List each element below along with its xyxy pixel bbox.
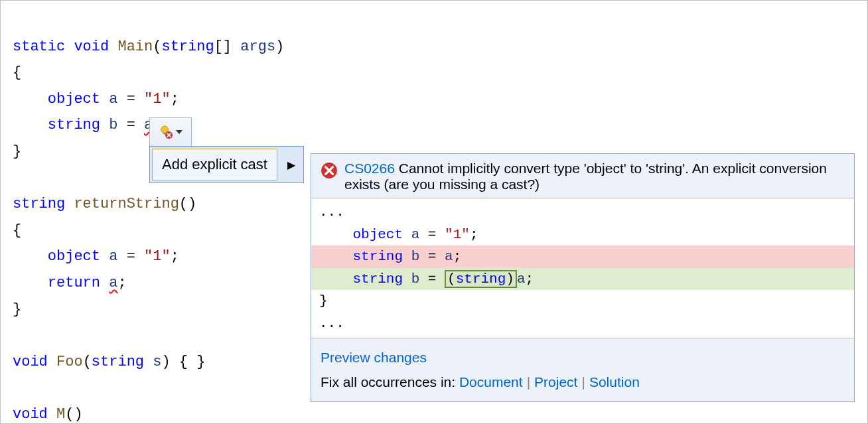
lightbulb-button[interactable] <box>149 117 192 147</box>
preview-footer: Preview changes Fix all occurrences in: … <box>311 338 854 402</box>
string-literal: "1" <box>144 248 171 265</box>
add-explicit-cast-item[interactable]: Add explicit cast <box>152 149 277 180</box>
semi: ; <box>117 275 126 291</box>
eq: = <box>117 248 144 265</box>
code-fix-preview-panel: CS0266 Cannot implicitly convert type 'o… <box>311 153 855 402</box>
eq: = <box>117 91 144 107</box>
preview-changes-link[interactable]: Preview changes <box>321 350 427 365</box>
brackets: [] <box>214 38 241 55</box>
foo-body: ) { } <box>161 354 205 370</box>
diff-ellipsis: ... <box>311 313 854 335</box>
method-m: M <box>56 406 65 423</box>
diff-added-line: string b = (string)a; <box>311 268 854 291</box>
preview-diff: ... object a = "1"; string b = a; string… <box>311 198 854 338</box>
type-string: string <box>161 38 214 55</box>
diff-removed-line: string b = a; <box>311 246 854 268</box>
param-s: s <box>153 354 161 370</box>
type-string: string <box>48 117 100 133</box>
separator: | <box>527 374 530 389</box>
semi: ; <box>171 248 179 265</box>
keyword-void: void <box>13 406 48 423</box>
preview-header: CS0266 Cannot implicitly convert type 'o… <box>311 154 854 198</box>
error-icon <box>321 162 338 179</box>
keyword-return: return <box>48 275 100 291</box>
parens: () <box>179 196 196 212</box>
lightbulb-error-icon <box>159 125 173 139</box>
diff-context-line: object a = "1"; <box>311 224 854 246</box>
fix-occurrences-label: Fix all occurrences in: <box>321 374 459 389</box>
paren-open: ( <box>153 38 161 55</box>
var-a: a <box>109 248 117 265</box>
diff-ellipsis: ... <box>311 201 854 224</box>
separator: | <box>581 374 585 389</box>
quick-action-menu: Add explicit cast ▶ <box>149 146 304 183</box>
brace-close: } <box>13 301 21 318</box>
type-object: object <box>48 248 100 265</box>
fix-document-link[interactable]: Document <box>459 374 523 389</box>
param-args: args <box>240 38 275 55</box>
type-object: object <box>48 91 100 107</box>
diff-brace-close: } <box>311 290 854 313</box>
cast-highlight: (string) <box>445 270 517 288</box>
keyword-void: void <box>13 354 48 370</box>
method-main: Main <box>117 38 153 55</box>
dropdown-arrow-icon <box>176 130 182 134</box>
keyword-static: static <box>13 38 65 55</box>
error-message: CS0266 Cannot implicitly convert type 'o… <box>344 161 845 192</box>
error-return-a[interactable]: a <box>109 275 117 291</box>
type-string: string <box>13 196 65 212</box>
fix-project-link[interactable]: Project <box>534 374 577 389</box>
fix-solution-link[interactable]: Solution <box>589 374 640 389</box>
type-string: string <box>92 354 144 370</box>
var-b: b <box>109 117 117 133</box>
error-description: Cannot implicitly convert type 'object' … <box>344 161 827 192</box>
submenu-arrow-icon[interactable]: ▶ <box>279 152 303 178</box>
method-returnstring: returnString <box>74 196 179 212</box>
error-code: CS0266 <box>344 161 395 176</box>
brace-close: } <box>13 143 21 160</box>
parens: () <box>65 406 82 423</box>
string-literal: "1" <box>144 91 171 107</box>
var-a: a <box>109 91 117 107</box>
paren-close: ) <box>275 38 284 55</box>
brace-open: { <box>13 64 21 81</box>
semi: ; <box>171 91 179 107</box>
method-foo: Foo <box>56 354 83 370</box>
brace-open: { <box>13 222 21 239</box>
paren-open: ( <box>83 354 92 370</box>
keyword-void: void <box>74 38 109 55</box>
eq: = <box>117 117 144 133</box>
